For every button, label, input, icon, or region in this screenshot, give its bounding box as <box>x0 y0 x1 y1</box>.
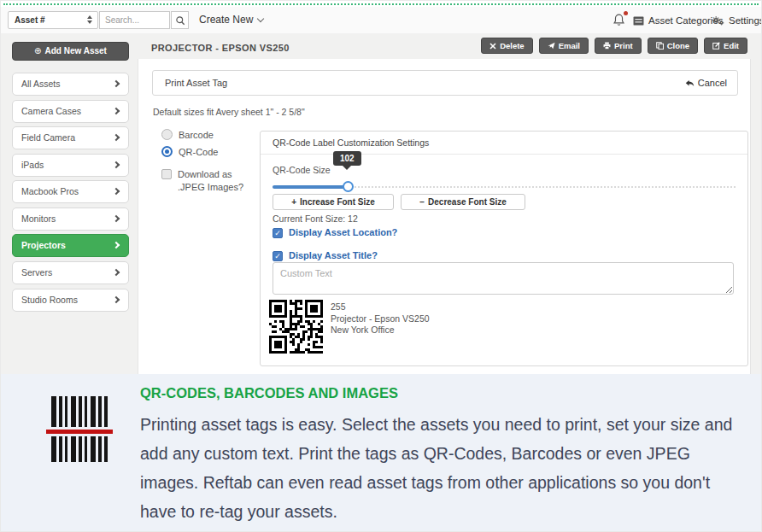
chevron-right-icon <box>113 134 120 141</box>
x-icon <box>489 43 496 50</box>
sidebar-item-label: Macbook Pros <box>21 186 79 196</box>
clone-label: Clone <box>667 41 689 50</box>
paper-plane-icon <box>548 42 555 50</box>
sidebar-item-servers[interactable]: Servers <box>12 261 129 284</box>
promo-section: QR-CODES, BARCODES AND IMAGES Printing a… <box>1 374 761 532</box>
chevron-right-icon <box>113 242 120 248</box>
sidebar-item-label: Projectors <box>21 240 66 250</box>
barcode-bars-top <box>51 396 108 427</box>
download-jpeg-label: Download as .JPEG Images? <box>178 168 257 194</box>
create-new-label: Create New <box>199 14 253 26</box>
edit-label: Edit <box>724 41 739 50</box>
display-location-checkbox[interactable]: ✓ Display Asset Location? <box>273 227 397 238</box>
add-new-asset-label: Add New Asset <box>44 46 106 56</box>
add-new-asset-button[interactable]: ⊕Add New Asset <box>12 42 129 61</box>
sidebar-item-label: Camera Cases <box>21 106 81 116</box>
bell-icon <box>613 13 625 27</box>
email-label: Email <box>559 41 580 50</box>
sidebar-item-field-camera[interactable]: Field Camera <box>12 126 129 149</box>
qr-size-label: QR-Code Size <box>273 165 331 175</box>
slider-value-tooltip: 102 <box>333 151 361 166</box>
chevron-right-icon <box>113 296 120 303</box>
increase-font-size-button[interactable]: + Increase Font Size <box>273 194 394 210</box>
search-icon <box>175 15 185 26</box>
sidebar-item-label: Field Camera <box>21 132 75 143</box>
asset-filter-select-value: Asset # <box>15 15 45 25</box>
asset-categories-link[interactable]: Asset Categories <box>633 15 724 26</box>
sidebar-item-projectors[interactable]: Projectors <box>12 234 129 257</box>
preview-asset-location: New York Office <box>331 324 430 336</box>
delete-button[interactable]: Delete <box>481 38 533 54</box>
sidebar-item-label: All Assets <box>21 79 61 89</box>
edit-button[interactable]: Edit <box>704 38 747 54</box>
sidebar-item-macbook-pros[interactable]: Macbook Pros <box>12 180 129 203</box>
avery-sheet-note: Default sizes fit Avery sheet 1" - 2 5/8… <box>153 107 305 117</box>
barcode-radio-label: Barcode <box>179 130 214 140</box>
checkbox-checked-icon: ✓ <box>273 251 283 261</box>
page-title: PROJECTOR - EPSON VS250 <box>151 43 290 53</box>
printer-icon <box>603 42 611 50</box>
plus-circle-icon: ⊕ <box>34 46 41 56</box>
display-title-checkbox[interactable]: ✓ Display Asset Title? <box>273 250 378 261</box>
print-asset-tag-header: Print Asset Tag Cancel <box>152 70 738 96</box>
custom-text-input[interactable] <box>273 262 734 295</box>
current-font-size-text: Current Font Size: 12 <box>273 213 358 224</box>
settings-link[interactable]: Settings <box>712 15 762 26</box>
qrcode-radio[interactable]: QR-Code <box>161 146 218 157</box>
chevron-right-icon <box>113 215 120 222</box>
radio-on-icon <box>161 146 173 157</box>
sidebar-item-all-assets[interactable]: All Assets <box>12 73 129 96</box>
increase-font-label: Increase Font Size <box>300 197 375 207</box>
search-button[interactable] <box>171 11 189 29</box>
select-updown-icon <box>87 15 94 26</box>
sidebar-item-label: Monitors <box>21 213 56 224</box>
decrease-font-size-button[interactable]: − Decrease Font Size <box>401 194 525 210</box>
radio-off-icon <box>161 129 173 140</box>
asset-filter-select[interactable]: Asset # <box>8 11 98 29</box>
top-dotted-divider <box>3 3 759 5</box>
pencil-square-icon <box>712 42 720 50</box>
chevron-right-icon <box>113 161 120 168</box>
slider-handle[interactable] <box>343 181 354 192</box>
promo-heading: QR-CODES, BARCODES AND IMAGES <box>140 385 398 401</box>
qrcode-radio-label: QR-Code <box>179 147 218 157</box>
sidebar-item-camera-cases[interactable]: Camera Cases <box>12 100 129 123</box>
sidebar-item-ipads[interactable]: iPads <box>12 154 129 177</box>
email-button[interactable]: Email <box>539 38 589 54</box>
decrease-font-label: Decrease Font Size <box>428 197 507 207</box>
print-button[interactable]: Print <box>595 38 642 54</box>
slider-fill <box>273 185 349 189</box>
screenshot-root: Asset # Create New Asset Categories Sett… <box>0 0 762 532</box>
barcode-radio[interactable]: Barcode <box>161 129 214 140</box>
sidebar-item-studio-rooms[interactable]: Studio Rooms <box>12 289 129 312</box>
qr-size-slider[interactable] <box>273 181 736 193</box>
search-input[interactable] <box>99 11 170 29</box>
download-jpeg-checkbox[interactable]: Download as .JPEG Images? <box>161 168 257 194</box>
print-label: Print <box>614 41 633 50</box>
display-title-label: Display Asset Title? <box>289 250 378 260</box>
cancel-button[interactable]: Cancel <box>685 71 727 96</box>
clone-icon <box>656 42 664 50</box>
create-new-dropdown[interactable]: Create New <box>199 14 263 26</box>
barcode-scanline <box>46 430 113 434</box>
print-asset-tag-title: Print Asset Tag <box>165 71 227 96</box>
chevron-right-icon <box>113 108 120 114</box>
reply-arrow-icon <box>685 79 695 88</box>
plus-icon: + <box>291 197 296 207</box>
preview-asset-name: Projector - Epson VS250 <box>331 313 430 325</box>
clone-button[interactable]: Clone <box>648 38 698 54</box>
qr-preview-text: 255 Projector - Epson VS250 New York Off… <box>331 301 430 336</box>
barcode-bars-bottom <box>51 436 108 462</box>
chevron-right-icon <box>113 80 120 87</box>
minus-icon: − <box>419 197 425 207</box>
gears-icon <box>712 15 724 26</box>
checkbox-checked-icon: ✓ <box>273 228 283 238</box>
sidebar-item-monitors[interactable]: Monitors <box>12 208 129 231</box>
cancel-label: Cancel <box>698 71 727 96</box>
asset-detail-panel: Print Asset Tag Cancel Default sizes fit… <box>138 59 751 374</box>
notifications-bell-button[interactable] <box>613 13 626 28</box>
sidebar-item-label: Servers <box>21 267 52 278</box>
barcode-scan-icon <box>46 396 113 462</box>
promo-body-text: Printing asset tags is easy. Select the … <box>140 410 740 526</box>
qr-label-settings-panel: QR-Code Label Customization Settings QR-… <box>260 131 748 366</box>
